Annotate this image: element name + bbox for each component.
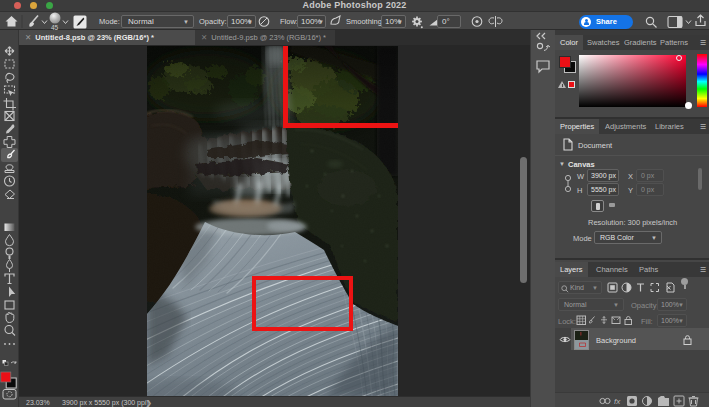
svg-text:fx: fx xyxy=(614,397,621,406)
